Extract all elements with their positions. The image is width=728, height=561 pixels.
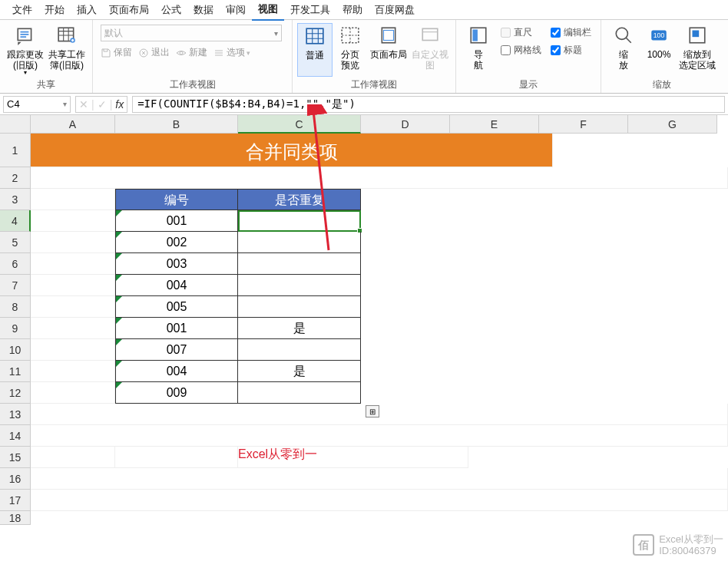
- row-header[interactable]: 16: [0, 468, 31, 490]
- row-header[interactable]: 11: [0, 361, 31, 382]
- formula-input[interactable]: =IF(COUNTIF($B$4:B4,B4)=1,"","是"): [132, 96, 725, 113]
- row-header[interactable]: 8: [0, 296, 31, 318]
- row-header[interactable]: 3: [0, 189, 31, 210]
- pagelayout-button[interactable]: 页面布局: [368, 23, 409, 77]
- pagebreak-icon: [339, 25, 361, 46]
- menu-insert[interactable]: 插入: [71, 0, 103, 20]
- table-cell[interactable]: [238, 296, 361, 318]
- table-cell[interactable]: 001: [115, 318, 238, 339]
- share-workbook-button[interactable]: 共享工作 簿(旧版): [46, 23, 88, 77]
- menu-baidu[interactable]: 百度网盘: [369, 0, 421, 20]
- ribbon-group-label: 缩放: [606, 77, 718, 93]
- menu-data[interactable]: 数据: [187, 0, 220, 20]
- table-cell[interactable]: 004: [115, 275, 238, 296]
- table-cell[interactable]: 是: [238, 318, 361, 339]
- navigation-button[interactable]: 导 航: [461, 23, 496, 77]
- table-cell[interactable]: [238, 232, 361, 253]
- table-cell[interactable]: 是: [238, 361, 361, 382]
- sheet-view-combo[interactable]: 默认: [101, 25, 282, 41]
- cancel-formula-icon[interactable]: ✕: [79, 98, 88, 111]
- fx-icon[interactable]: fx: [115, 98, 124, 111]
- row-header[interactable]: 14: [0, 425, 31, 447]
- row-header[interactable]: 7: [0, 275, 31, 296]
- autofill-options-icon[interactable]: ⊞: [366, 405, 379, 417]
- select-all-corner[interactable]: [0, 115, 31, 134]
- menu-view[interactable]: 视图: [252, 0, 284, 21]
- gridlines-checkbox[interactable]: 网格线: [501, 44, 541, 57]
- table-cell[interactable]: 003: [115, 253, 238, 275]
- table-cell[interactable]: 009: [115, 382, 238, 404]
- col-header-f[interactable]: F: [539, 115, 628, 134]
- row-header[interactable]: 18: [0, 511, 31, 525]
- col-header-d[interactable]: D: [361, 115, 450, 134]
- row-header[interactable]: 15: [0, 447, 31, 468]
- new-view-button[interactable]: 新建: [176, 46, 207, 59]
- red-annotation: Excel从零到一: [238, 447, 468, 468]
- row-headers: 1 2 3 4 5 6 7 8 9 10 11 12 13 14 15 16 1…: [0, 134, 31, 525]
- pagelayout-icon: [378, 25, 399, 46]
- svg-point-12: [616, 28, 627, 39]
- row-header[interactable]: 4: [0, 210, 31, 232]
- ruler-checkbox[interactable]: 直尺: [501, 26, 541, 39]
- table-cell[interactable]: [238, 382, 361, 404]
- headings-checkbox[interactable]: 标题: [551, 44, 591, 57]
- grid-icon: [304, 25, 326, 47]
- track-changes-icon: [15, 25, 36, 46]
- name-box[interactable]: C4: [3, 96, 71, 113]
- exit-icon: [138, 48, 149, 58]
- ribbon-group-workbook-view: 普通 分页 预览 页面布局 自定义视图 工作簿视图: [293, 20, 456, 93]
- share-workbook-icon: [56, 25, 78, 46]
- menu-file[interactable]: 文件: [6, 0, 38, 20]
- svg-rect-5: [306, 28, 323, 44]
- row-header[interactable]: 13: [0, 404, 31, 425]
- keep-button[interactable]: 保留: [101, 46, 132, 59]
- customview-button[interactable]: 自定义视图: [409, 23, 451, 77]
- table-cell[interactable]: [238, 275, 361, 296]
- row-header[interactable]: 17: [0, 490, 31, 511]
- col-header-b[interactable]: B: [115, 115, 238, 134]
- cells-area[interactable]: 合并同类项 编号 是否重复 001 002 003 004 005 001是 0…: [31, 134, 728, 511]
- table-cell[interactable]: 005: [115, 296, 238, 318]
- active-cell[interactable]: [238, 210, 361, 232]
- row-header[interactable]: 9: [0, 318, 31, 339]
- col-header-c[interactable]: C: [238, 115, 361, 134]
- options-button[interactable]: 选项▾: [213, 46, 250, 59]
- menu-pagelayout[interactable]: 页面布局: [103, 0, 155, 20]
- pagebreak-button[interactable]: 分页 预览: [333, 23, 368, 77]
- row-header[interactable]: 2: [0, 167, 31, 189]
- row-header[interactable]: 12: [0, 382, 31, 404]
- table-cell[interactable]: [238, 253, 361, 275]
- zoom-100-button[interactable]: 100 100%: [641, 23, 677, 77]
- menu-review[interactable]: 审阅: [220, 0, 252, 20]
- ribbon-group-label: 工作簿视图: [297, 77, 451, 93]
- formulabar-checkbox[interactable]: 编辑栏: [551, 26, 591, 39]
- exit-button[interactable]: 退出: [138, 46, 170, 59]
- table-header[interactable]: 编号: [115, 189, 238, 210]
- menu-formula[interactable]: 公式: [155, 0, 187, 20]
- table-cell[interactable]: 007: [115, 339, 238, 361]
- svg-point-4: [180, 51, 183, 54]
- menu-home[interactable]: 开始: [38, 0, 71, 20]
- col-header-g[interactable]: G: [628, 115, 717, 134]
- ribbon-group-share: 跟踪更改 (旧版) ▾ 共享工作 簿(旧版) 共享: [0, 20, 93, 93]
- track-changes-button[interactable]: 跟踪更改 (旧版) ▾: [5, 23, 46, 77]
- row-header[interactable]: 6: [0, 253, 31, 275]
- col-header-a[interactable]: A: [31, 115, 115, 134]
- row-header[interactable]: 5: [0, 232, 31, 253]
- table-cell[interactable]: 001: [115, 210, 238, 232]
- title-cell[interactable]: 合并同类项: [31, 134, 553, 167]
- col-header-e[interactable]: E: [450, 115, 539, 134]
- ribbon-group-zoom: 缩 放 100 100% 缩放到 选定区域 缩放: [601, 20, 723, 93]
- zoom-button[interactable]: 缩 放: [606, 23, 641, 77]
- zoom-selection-button[interactable]: 缩放到 选定区域: [677, 23, 718, 77]
- table-cell[interactable]: 004: [115, 361, 238, 382]
- menu-devtools[interactable]: 开发工具: [284, 0, 336, 20]
- table-cell[interactable]: 002: [115, 232, 238, 253]
- row-header[interactable]: 10: [0, 339, 31, 361]
- menu-help[interactable]: 帮助: [336, 0, 369, 20]
- table-header[interactable]: 是否重复: [238, 189, 361, 210]
- accept-formula-icon[interactable]: ✓: [98, 98, 107, 111]
- table-cell[interactable]: [238, 339, 361, 361]
- normal-view-button[interactable]: 普通: [297, 23, 333, 77]
- row-header[interactable]: 1: [0, 134, 31, 167]
